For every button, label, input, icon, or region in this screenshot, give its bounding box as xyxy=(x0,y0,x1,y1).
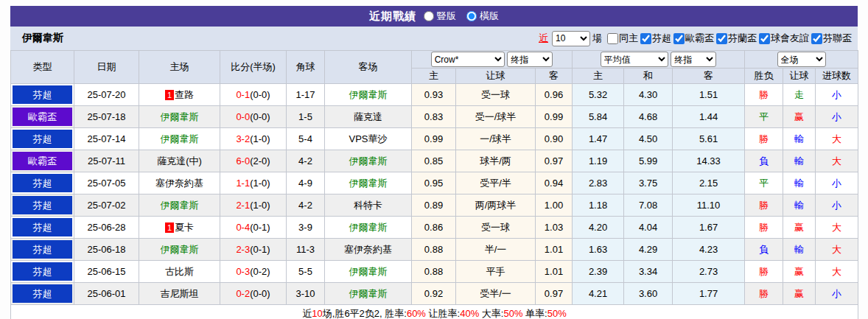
result-handicap: 輸 xyxy=(783,150,816,172)
fulltime-score: 3-2 xyxy=(236,133,250,144)
league-cell: 歐霸盃 xyxy=(11,150,74,172)
score-cell: 1-1(1-0) xyxy=(220,172,287,194)
avg-away-value: 2.15 xyxy=(673,172,745,194)
halftime-score: (2-0) xyxy=(250,155,270,166)
match-date: 25-07-18 xyxy=(74,106,139,128)
odds-handicap-value: 两/两球半 xyxy=(456,194,536,217)
odds-home-value: 0.86 xyxy=(412,217,456,239)
odds-home-value: 0.85 xyxy=(412,150,456,172)
halftime-score: (0-0) xyxy=(250,111,270,122)
corner-score: 4-2 xyxy=(287,150,325,172)
odds-source-select[interactable]: Crow* xyxy=(431,52,505,67)
view-option[interactable]: 橫版 xyxy=(466,10,499,23)
match-count-select[interactable]: 10 xyxy=(552,31,590,46)
league-filter-label: 歐霸盃 xyxy=(685,32,714,45)
league-cell: 芬超 xyxy=(11,239,74,261)
avg-away-value: 5.61 xyxy=(673,128,745,150)
score-cell: 3-2(1-0) xyxy=(220,128,287,150)
col-header-avg-draw: 和 xyxy=(624,69,673,84)
home-team: 塞伊奈約基 xyxy=(139,172,220,194)
view-option-label: 橫版 xyxy=(480,10,499,23)
corner-score: 1-17 xyxy=(287,84,325,106)
col-header-home: 主场 xyxy=(139,51,220,84)
col-header-odds-away: 客 xyxy=(536,69,573,84)
summary-segment: 50% xyxy=(547,308,567,319)
home-team: 1夏卡 xyxy=(139,217,220,239)
result-outcome: 勝 xyxy=(745,194,783,217)
col-header-away: 客场 xyxy=(325,51,412,84)
col-header-result-goals: 进球数 xyxy=(816,69,858,84)
filter-bar: 伊爾韋斯 近 10 場 同主 芬超歐霸盃芬蘭盃球會友誼芬聯盃 xyxy=(10,27,858,50)
away-team: 伊爾韋斯 xyxy=(325,172,412,194)
view-option-label: 豎版 xyxy=(437,10,456,23)
league-filter-checkbox[interactable] xyxy=(673,33,685,44)
league-filter[interactable]: 球會友誼 xyxy=(759,32,809,45)
away-team-name: 伊爾韋斯 xyxy=(349,178,388,189)
away-team-name: 科特卡 xyxy=(354,200,382,211)
league-badge: 歐霸盃 xyxy=(13,152,72,170)
match-date: 25-07-14 xyxy=(74,128,139,150)
fulltime-score: 0-3 xyxy=(236,266,250,277)
col-header-avg-home: 主 xyxy=(573,69,624,84)
match-row: 芬超 25-07-02 伊爾韋斯 2-1(1-0) 4-2 科特卡 0.89 两… xyxy=(11,194,858,217)
same-home-checkbox[interactable] xyxy=(607,33,618,44)
home-team-name: 伊爾韋斯 xyxy=(161,244,199,255)
odds-away-value: 0.96 xyxy=(536,84,573,106)
away-team: 伊爾韋斯 xyxy=(325,84,412,106)
league-filter-checkbox[interactable] xyxy=(716,33,727,44)
league-filter[interactable]: 歐霸盃 xyxy=(673,32,714,45)
odds-away-value: 0.99 xyxy=(536,106,573,128)
odds-away-value: 1.01 xyxy=(536,261,573,283)
match-row: 芬超 25-07-14 伊爾韋斯 3-2(1-0) 5-4 VPS華沙 0.99… xyxy=(11,128,858,150)
league-filters: 芬超歐霸盃芬蘭盃球會友誼芬聯盃 xyxy=(640,32,852,45)
col-header-odds-home: 主 xyxy=(412,69,456,84)
score-cell: 0-1(0-0) xyxy=(220,84,287,106)
score-cell: 0-4(0-1) xyxy=(220,217,287,239)
league-filter-checkbox[interactable] xyxy=(640,33,651,44)
fulltime-score: 0-4 xyxy=(236,222,250,233)
avg-away-value: 4.23 xyxy=(673,239,745,261)
view-option-radio[interactable] xyxy=(466,11,477,21)
score-cell: 2-3(0-1) xyxy=(220,239,287,261)
col-header-odds-handicap: 让球 xyxy=(456,69,536,84)
match-date: 25-06-01 xyxy=(74,283,139,305)
odds-away-value: 1.03 xyxy=(536,217,573,239)
halftime-score: (1-0) xyxy=(250,200,270,211)
odds-home-value: 0.88 xyxy=(412,239,456,261)
result-goals: 小 xyxy=(816,106,858,128)
league-badge: 芬超 xyxy=(13,218,72,236)
avg-source-select[interactable]: 平均值 xyxy=(601,52,668,67)
same-home-filter[interactable]: 同主 xyxy=(607,32,638,45)
match-row: 芬超 25-06-28 1夏卡 0-4(0-1) 3-9 伊爾韋斯 0.86 受… xyxy=(11,217,858,239)
home-team: 伊爾韋斯 xyxy=(139,128,220,150)
league-badge: 芬超 xyxy=(13,262,72,281)
away-team: VPS華沙 xyxy=(325,128,412,150)
away-team-name: 伊爾韋斯 xyxy=(349,288,388,299)
avg-home-value: 1.19 xyxy=(573,150,624,172)
corner-score: 11-3 xyxy=(287,239,325,261)
league-filter[interactable]: 芬聯盃 xyxy=(811,32,852,45)
match-row: 芬超 25-07-05 塞伊奈約基 1-1(1-0) 4-9 伊爾韋斯 0.95… xyxy=(11,172,858,194)
result-goals: 大 xyxy=(816,128,858,150)
home-team-name: 吉尼斯坦 xyxy=(161,288,199,299)
odds-period-select[interactable]: 终指 xyxy=(507,52,553,67)
away-team-name: 塞伊奈約基 xyxy=(344,244,392,255)
scope-select[interactable]: 全场 xyxy=(777,52,826,67)
match-row: 歐霸盃 25-07-11 薩克達(中) 6-0(2-0) 4-2 伊爾韋斯 0.… xyxy=(11,150,858,172)
league-filter-checkbox[interactable] xyxy=(811,33,822,44)
summary-segment: 近 xyxy=(302,308,312,319)
avg-period-select[interactable]: 终指 xyxy=(671,52,716,67)
view-option-radio[interactable] xyxy=(424,11,434,21)
filter-controls: 近 10 場 同主 芬超歐霸盃芬蘭盃球會友誼芬聯盃 xyxy=(539,31,852,46)
odds-home-value: 0.83 xyxy=(412,106,456,128)
league-filter[interactable]: 芬蘭盃 xyxy=(716,32,757,45)
view-option[interactable]: 豎版 xyxy=(424,10,456,23)
league-filter-checkbox[interactable] xyxy=(759,33,770,44)
avg-home-value: 2.83 xyxy=(573,172,624,194)
league-filter[interactable]: 芬超 xyxy=(640,32,671,45)
near-link[interactable]: 近 xyxy=(539,32,548,45)
away-team: 薩克達 xyxy=(325,106,412,128)
halftime-score: (0-0) xyxy=(250,288,270,299)
summary-segment: 场,胜6平2负2, 胜率: xyxy=(323,308,407,319)
odds-handicap-value: 受一球 xyxy=(456,84,536,106)
